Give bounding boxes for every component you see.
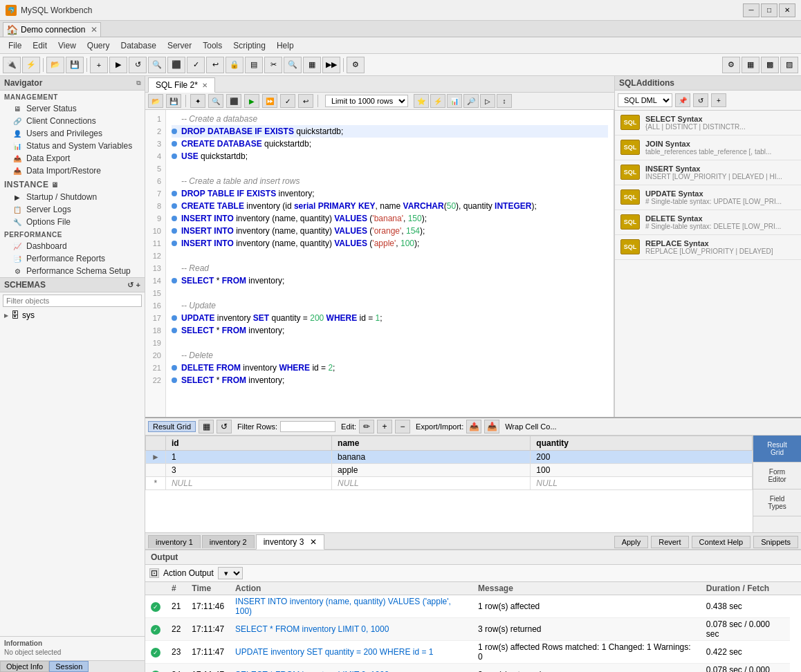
menu-edit[interactable]: Edit xyxy=(27,39,53,52)
extra-btn[interactable]: ⚙ xyxy=(347,57,365,73)
layout-btn2[interactable]: ▩ xyxy=(761,57,779,73)
insert-row-btn[interactable]: + xyxy=(377,420,392,433)
inventory3-tab[interactable]: inventory 3 ✕ xyxy=(256,534,325,550)
new-connection-btn[interactable]: 🔌 xyxy=(3,57,21,73)
layout-btn3[interactable]: ▨ xyxy=(780,57,798,73)
new-tab-btn[interactable]: + xyxy=(90,57,108,73)
open-script-btn[interactable]: 📂 xyxy=(46,57,64,73)
close-button[interactable]: ✕ xyxy=(779,3,795,17)
beautify-btn[interactable]: ✦ xyxy=(190,94,205,108)
expand-editor-btn[interactable]: ↕ xyxy=(497,94,512,108)
maximize-button[interactable]: □ xyxy=(761,3,777,17)
commit-btn[interactable]: ✓ xyxy=(187,57,205,73)
toggle-btn[interactable]: ▤ xyxy=(245,57,263,73)
stop-execute-btn[interactable]: ⬛ xyxy=(226,94,241,108)
auto-commit-btn[interactable]: 🔒 xyxy=(225,57,243,73)
edit-cell-btn[interactable]: ✏ xyxy=(359,420,374,433)
add-snippet-btn[interactable]: + xyxy=(711,93,726,107)
rollback-btn[interactable]: ↩ xyxy=(206,57,224,73)
sidebar-item-server-logs[interactable]: 📋 Server Logs xyxy=(0,203,145,216)
output-table-wrapper[interactable]: # Time Action Message Duration / Fetch ✓… xyxy=(145,582,801,672)
stop-btn[interactable]: ⬛ xyxy=(167,57,185,73)
demo-connection-tab[interactable]: 🏠 Demo connection ✕ xyxy=(3,22,101,37)
action-link[interactable]: SELECT * FROM inventory LIMIT 0, 1000 xyxy=(235,624,389,634)
refresh-btn[interactable]: ↺ xyxy=(129,57,147,73)
export-btn[interactable]: 📤 xyxy=(466,420,481,433)
format-btn[interactable]: ✂ xyxy=(264,57,282,73)
snippet-item[interactable]: SQL INSERT Syntax INSERT [LOW_PRIORITY |… xyxy=(615,160,801,185)
refresh-schemas-btn[interactable]: ↺ xyxy=(127,281,134,290)
object-info-tab[interactable]: Object Info xyxy=(0,661,49,672)
action-link[interactable]: INSERT INTO inventory (name, quantity) V… xyxy=(235,597,451,616)
session-tab[interactable]: Session xyxy=(49,661,89,672)
execute-all-btn[interactable]: ▶ xyxy=(244,94,259,108)
inspect-btn[interactable]: 🔎 xyxy=(463,94,479,108)
sidebar-item-dashboard[interactable]: 📈 Dashboard xyxy=(0,240,145,252)
menu-help[interactable]: Help xyxy=(271,39,300,52)
sidebar-item-status-variables[interactable]: 📊 Status and System Variables xyxy=(0,140,145,152)
menu-view[interactable]: View xyxy=(53,39,82,52)
import-btn[interactable]: 📥 xyxy=(484,420,499,433)
rollback2-btn[interactable]: ↩ xyxy=(298,94,313,108)
grid-view-btn[interactable]: ▦ xyxy=(199,420,214,433)
snippet-item[interactable]: SQL SELECT Syntax {ALL | DISTINCT | DIST… xyxy=(615,111,801,136)
form-editor-side-btn[interactable]: FormEditor xyxy=(753,463,801,489)
explain2-btn[interactable]: ⚡ xyxy=(430,94,445,108)
execute-sel-btn[interactable]: ⏩ xyxy=(262,94,277,108)
save-file-btn[interactable]: 💾 xyxy=(166,94,181,108)
schema-item-sys[interactable]: ▶ 🗄 sys xyxy=(0,309,145,321)
layout-btn1[interactable]: ▦ xyxy=(742,57,759,73)
snippets-button[interactable]: Snippets xyxy=(753,536,798,548)
result-row-2[interactable]: 3 apple 100 xyxy=(146,464,753,477)
field-types-side-btn[interactable]: FieldTypes xyxy=(753,489,801,516)
clear-output-btn[interactable]: ⊡ xyxy=(149,568,159,578)
sidebar-item-data-export[interactable]: 📤 Data Export xyxy=(0,152,145,165)
star-btn[interactable]: ⭐ xyxy=(414,94,429,108)
result-grid-side-btn[interactable]: ResultGrid xyxy=(753,436,801,463)
sql-category-select[interactable]: SQL DML xyxy=(618,93,672,107)
commit2-btn[interactable]: ✓ xyxy=(280,94,295,108)
minimize-button[interactable]: ─ xyxy=(743,3,759,17)
more-btn[interactable]: ▶▶ xyxy=(322,57,340,73)
revert-button[interactable]: Revert xyxy=(651,536,688,548)
pin-btn[interactable]: 📌 xyxy=(675,93,690,107)
sql-file-tab-close[interactable]: ✕ xyxy=(202,82,208,89)
result-grid-tab-btn[interactable]: Result Grid xyxy=(148,421,196,432)
manage-connections-btn[interactable]: ⚡ xyxy=(22,57,40,73)
sidebar-item-performance-reports[interactable]: 📑 Performance Reports xyxy=(0,252,145,265)
refresh-snippets-btn[interactable]: ↺ xyxy=(693,93,708,107)
explain-btn[interactable]: 🔍 xyxy=(148,57,166,73)
hide-sidebar-btn[interactable]: ▷ xyxy=(480,94,495,108)
action-link[interactable]: UPDATE inventory SET quantity = 200 WHER… xyxy=(235,647,433,657)
menu-file[interactable]: File xyxy=(3,39,27,52)
find-btn[interactable]: 🔍 xyxy=(284,57,302,73)
result-table-wrapper[interactable]: id name quantity ► 1 banana 200 xyxy=(145,436,753,532)
code-content[interactable]: -- Create a databaseDROP DATABASE IF EXI… xyxy=(166,110,614,417)
analyze-btn[interactable]: 📊 xyxy=(447,94,462,108)
code-editor[interactable]: 12345678910111213141516171819202122 -- C… xyxy=(145,110,614,417)
sidebar-item-data-import[interactable]: 📥 Data Import/Restore xyxy=(0,165,145,177)
result-row-null[interactable]: * NULL NULL NULL xyxy=(146,477,753,490)
inventory2-tab[interactable]: inventory 2 xyxy=(202,535,255,548)
menu-query[interactable]: Query xyxy=(82,39,116,52)
limit-rows-select[interactable]: Limit to 1000 rows xyxy=(325,95,408,107)
demo-connection-close[interactable]: ✕ xyxy=(91,25,98,35)
snippet-item[interactable]: SQL UPDATE Syntax # Single-table syntax:… xyxy=(615,185,801,210)
sidebar-item-users-privileges[interactable]: 👤 Users and Privileges xyxy=(0,127,145,140)
inventory1-tab[interactable]: inventory 1 xyxy=(148,535,201,548)
sidebar-item-server-status[interactable]: 🖥 Server Status xyxy=(0,102,145,115)
refresh-result-btn[interactable]: ↺ xyxy=(217,420,232,433)
menu-database[interactable]: Database xyxy=(116,39,162,52)
navigator-expand-icon[interactable]: ⧉ xyxy=(136,80,140,87)
delete-row-btn[interactable]: − xyxy=(395,420,410,433)
menu-tools[interactable]: Tools xyxy=(197,39,228,52)
sql-file-tab[interactable]: SQL File 2* ✕ xyxy=(148,77,215,93)
snippet-item[interactable]: SQL JOIN Syntax table_references table_r… xyxy=(615,136,801,160)
open-file-btn[interactable]: 📂 xyxy=(148,94,163,108)
add-schema-btn[interactable]: + xyxy=(136,281,140,290)
sidebar-item-performance-schema[interactable]: ⚙ Performance Schema Setup xyxy=(0,265,145,277)
sidebar-item-options-file[interactable]: 🔧 Options File xyxy=(0,216,145,228)
settings-btn[interactable]: ⚙ xyxy=(722,57,740,73)
sidebar-item-client-connections[interactable]: 🔗 Client Connections xyxy=(0,115,145,127)
filter-rows-input[interactable] xyxy=(280,421,335,432)
